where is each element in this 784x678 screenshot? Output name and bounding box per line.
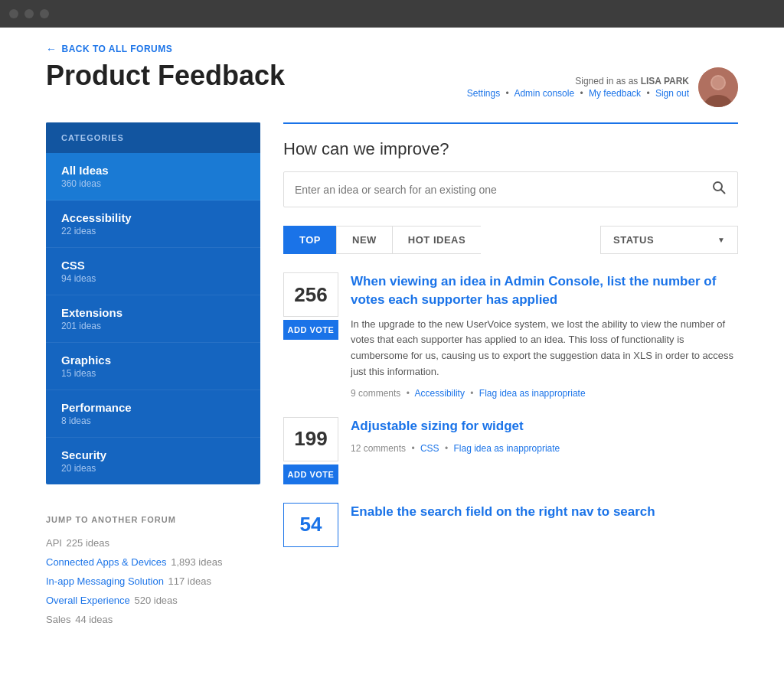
jump-title: JUMP TO ANOTHER FORUM	[46, 515, 260, 524]
admin-console-link[interactable]: Admin console	[514, 88, 574, 99]
sidebar-item-css[interactable]: CSS 94 ideas	[46, 248, 260, 295]
idea-card-3: 54 Enable the search field on the right …	[283, 503, 738, 547]
status-dropdown[interactable]: STATUS ▼	[600, 226, 738, 254]
forum-link-sales[interactable]: Sales 44 ideas	[46, 610, 260, 629]
filter-hot-ideas-button[interactable]: HOT IDEAS	[392, 226, 481, 254]
flag-link-1[interactable]: Flag idea as inappropriate	[479, 388, 586, 399]
main-layout: CATEGORIES All Ideas 360 ideas Accessibi…	[0, 99, 784, 660]
sign-out-link[interactable]: Sign out	[655, 88, 689, 99]
flag-link-2[interactable]: Flag idea as inappropriate	[454, 443, 560, 454]
forum-link-connected-apps[interactable]: Connected Apps & Devices 1,893 ideas	[46, 553, 260, 572]
sidebar-item-accessibility[interactable]: Accessibility 22 ideas	[46, 200, 260, 248]
sidebar-item-extensions[interactable]: Extensions 201 ideas	[46, 295, 260, 343]
idea-category-2[interactable]: CSS	[420, 443, 439, 454]
idea-card-2: 199 ADD VOTE Adjustable sizing for widge…	[283, 417, 738, 484]
content-area: How can we improve? TOP NEW HOT IDEAS ST…	[283, 122, 738, 637]
minimize-btn[interactable]	[24, 9, 34, 18]
sidebar-item-security[interactable]: Security 20 ideas	[46, 438, 260, 484]
idea-card-1: 256 ADD VOTE When viewing an idea in Adm…	[283, 272, 738, 399]
close-btn[interactable]	[9, 9, 18, 18]
idea-title-2[interactable]: Adjustable sizing for widget	[351, 417, 738, 435]
filter-new-button[interactable]: NEW	[336, 226, 392, 254]
signed-in-label: Signed in as as LISA PARK	[467, 76, 689, 86]
back-to-forums-link[interactable]: ← BACK TO ALL FORUMS	[46, 43, 738, 55]
user-name: LISA PARK	[641, 76, 689, 86]
idea-desc-1: In the upgrade to the new UserVoice syst…	[351, 317, 738, 380]
idea-meta-1: 9 comments • Accessibility • Flag idea a…	[351, 388, 738, 399]
idea-meta-2: 12 comments • CSS • Flag idea as inappro…	[351, 443, 738, 454]
idea-title-3[interactable]: Enable the search field on the right nav…	[351, 503, 738, 521]
filter-row: TOP NEW HOT IDEAS STATUS ▼	[283, 226, 738, 254]
svg-line-5	[721, 190, 725, 194]
sidebar-item-all-ideas[interactable]: All Ideas 360 ideas	[46, 153, 260, 200]
idea-category-1[interactable]: Accessibility	[415, 388, 465, 399]
categories-panel: CATEGORIES All Ideas 360 ideas Accessibi…	[46, 122, 260, 484]
content-heading: How can we improve?	[283, 139, 738, 159]
vote-box-1: 256 ADD VOTE	[283, 272, 338, 399]
search-bar[interactable]	[283, 171, 738, 207]
vote-box-2: 199 ADD VOTE	[283, 417, 338, 484]
my-feedback-link[interactable]: My feedback	[589, 88, 641, 99]
add-vote-button-1[interactable]: ADD VOTE	[283, 320, 338, 340]
vote-box-3: 54	[283, 503, 338, 547]
sidebar-item-graphics[interactable]: Graphics 15 ideas	[46, 343, 260, 390]
settings-link[interactable]: Settings	[467, 88, 500, 99]
jump-section: JUMP TO ANOTHER FORUM API 225 ideas Conn…	[46, 507, 260, 637]
forum-link-api[interactable]: API 225 ideas	[46, 533, 260, 553]
vote-count-1: 256	[283, 272, 338, 317]
add-vote-button-2[interactable]: ADD VOTE	[283, 464, 338, 484]
sidebar-item-performance[interactable]: Performance 8 ideas	[46, 390, 260, 438]
categories-header: CATEGORIES	[46, 122, 260, 153]
status-label: STATUS	[613, 234, 654, 246]
user-nav: Settings • Admin console • My feedback •…	[467, 88, 689, 99]
back-arrow-icon: ←	[46, 43, 57, 55]
forum-link-inapp[interactable]: In-app Messaging Solution 117 ideas	[46, 572, 260, 591]
sidebar: CATEGORIES All Ideas 360 ideas Accessibi…	[46, 122, 260, 637]
chevron-down-icon: ▼	[717, 236, 725, 244]
filter-top-button[interactable]: TOP	[283, 226, 336, 254]
idea-title-1[interactable]: When viewing an idea in Admin Console, l…	[351, 272, 738, 309]
svg-point-3	[712, 77, 724, 89]
vote-count-2: 199	[283, 417, 338, 461]
search-input[interactable]	[295, 184, 711, 196]
forum-link-overall[interactable]: Overall Experience 520 ideas	[46, 591, 260, 610]
back-label: BACK TO ALL FORUMS	[62, 44, 173, 54]
window-chrome	[0, 0, 784, 28]
maximize-btn[interactable]	[40, 9, 49, 18]
vote-count-3: 54	[283, 503, 338, 547]
search-button[interactable]	[711, 180, 727, 199]
